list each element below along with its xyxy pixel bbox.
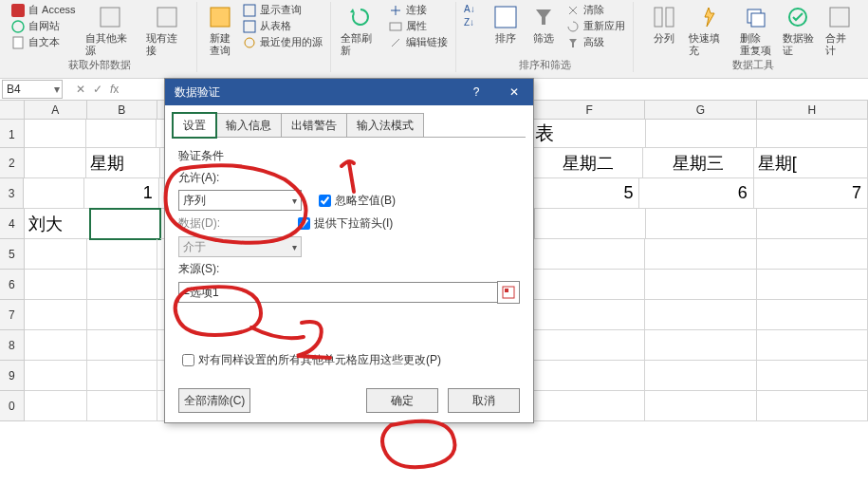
select-all[interactable] bbox=[0, 101, 25, 120]
new-query[interactable]: 新建 查询 bbox=[201, 2, 239, 59]
col-header-B[interactable]: B bbox=[87, 101, 158, 120]
advanced-filter[interactable]: 高级 bbox=[563, 34, 629, 50]
cancel-icon[interactable]: ✕ bbox=[76, 83, 85, 96]
existing-conn[interactable]: 现有连接 bbox=[140, 2, 192, 59]
tab-ime-mode[interactable]: 输入法模式 bbox=[346, 113, 424, 138]
dialog-title: 数据验证 bbox=[175, 84, 457, 101]
svg-text:Z↓: Z↓ bbox=[464, 17, 474, 28]
ignore-blank-checkbox[interactable]: 忽略空值(B) bbox=[315, 192, 396, 210]
row-header-3[interactable]: 3 bbox=[0, 178, 24, 209]
data-validation-dialog: 数据验证 ? ✕ 设置 输入信息 出错警告 输入法模式 验证条件 允许(A): … bbox=[164, 78, 534, 423]
tab-error-alert[interactable]: 出错警告 bbox=[281, 113, 347, 138]
clear-all-button[interactable]: 全部清除(C) bbox=[178, 388, 250, 413]
from-other[interactable]: 自其他来源 bbox=[80, 2, 141, 59]
confirm-icon[interactable]: ✓ bbox=[93, 83, 102, 96]
active-cell[interactable] bbox=[90, 209, 160, 239]
svg-rect-13 bbox=[655, 8, 662, 27]
svg-rect-4 bbox=[157, 8, 176, 27]
filter[interactable]: 筛选 bbox=[525, 2, 563, 47]
allow-label: 允许(A): bbox=[178, 170, 219, 186]
group-label-sort: 排序和筛选 bbox=[519, 58, 571, 72]
reapply[interactable]: 重新应用 bbox=[563, 18, 629, 34]
cancel-button[interactable]: 取消 bbox=[448, 388, 520, 413]
clear-filter[interactable]: 清除 bbox=[563, 2, 629, 18]
svg-point-1 bbox=[12, 21, 24, 32]
name-box[interactable]: B4▾ bbox=[2, 80, 63, 99]
recent-sources[interactable]: 最近使用的源 bbox=[239, 34, 326, 50]
row-header-1[interactable]: 1 bbox=[0, 120, 25, 148]
fx-icon[interactable]: fx bbox=[110, 83, 119, 96]
edit-links[interactable]: 编辑链接 bbox=[385, 34, 452, 50]
svg-rect-0 bbox=[11, 4, 25, 17]
sort-asc[interactable]: A↓ bbox=[460, 2, 487, 15]
consolidate[interactable]: 合并计 bbox=[820, 2, 860, 59]
svg-rect-20 bbox=[505, 289, 508, 292]
from-text[interactable]: 自文本 bbox=[8, 34, 80, 50]
col-header-F[interactable]: F bbox=[534, 101, 645, 120]
col-header-H[interactable]: H bbox=[757, 101, 868, 120]
col-header-A[interactable]: A bbox=[25, 101, 87, 120]
apply-all-checkbox[interactable]: 对有同样设置的所有其他单元格应用这些更改(P) bbox=[178, 351, 520, 369]
tab-input-message[interactable]: 输入信息 bbox=[215, 113, 282, 138]
svg-rect-6 bbox=[244, 5, 255, 16]
svg-rect-12 bbox=[495, 7, 516, 28]
source-input[interactable]: =选项1 bbox=[178, 282, 498, 303]
from-web[interactable]: 自网站 bbox=[8, 18, 80, 34]
data-select: 介于▾ bbox=[178, 236, 302, 257]
flash-fill[interactable]: 快速填充 bbox=[683, 2, 734, 59]
svg-rect-7 bbox=[244, 21, 255, 32]
allow-select[interactable]: 序列▾ bbox=[178, 190, 302, 211]
sort-desc[interactable]: Z↓ bbox=[460, 15, 487, 28]
svg-rect-2 bbox=[13, 37, 23, 48]
col-header-G[interactable]: G bbox=[645, 101, 756, 120]
tab-settings[interactable]: 设置 bbox=[173, 113, 216, 138]
source-label: 来源(S): bbox=[178, 261, 219, 277]
data-validation[interactable]: 数据验 证 bbox=[777, 2, 820, 59]
show-queries[interactable]: 显示查询 bbox=[239, 2, 326, 18]
row-header-2[interactable]: 2 bbox=[0, 148, 25, 178]
from-access[interactable]: 自 Access bbox=[8, 2, 80, 18]
refresh-all[interactable]: 全部刷新 bbox=[335, 2, 386, 59]
svg-rect-3 bbox=[101, 8, 120, 27]
svg-rect-14 bbox=[666, 8, 674, 27]
ribbon: 自 Access 自网站 自文本 自其他来源 现有连接 获取外部数据 新建 查询… bbox=[0, 0, 868, 79]
data-label: 数据(D): bbox=[178, 215, 220, 232]
properties[interactable]: 属性 bbox=[385, 18, 452, 34]
dropdown-arrow-checkbox[interactable]: 提供下拉箭头(I) bbox=[294, 215, 393, 233]
fx-controls: ✕✓fx bbox=[65, 83, 130, 96]
group-label-tools: 数据工具 bbox=[732, 58, 774, 72]
group-label-getdata: 获取外部数据 bbox=[68, 58, 131, 72]
close-button[interactable]: ✕ bbox=[495, 79, 533, 105]
svg-rect-5 bbox=[211, 8, 230, 27]
text-to-columns[interactable]: 分列 bbox=[645, 2, 683, 47]
row-header-4[interactable]: 4 bbox=[0, 209, 25, 239]
svg-point-8 bbox=[245, 38, 254, 47]
svg-rect-9 bbox=[390, 23, 401, 30]
range-picker-button[interactable] bbox=[497, 281, 520, 304]
connections[interactable]: 连接 bbox=[385, 2, 452, 18]
dialog-titlebar[interactable]: 数据验证 ? ✕ bbox=[165, 79, 533, 105]
svg-rect-18 bbox=[830, 8, 849, 27]
sort[interactable]: 排序 bbox=[487, 2, 525, 47]
svg-text:A↓: A↓ bbox=[464, 4, 475, 14]
ok-button[interactable]: 确定 bbox=[366, 388, 438, 413]
svg-rect-16 bbox=[751, 13, 765, 27]
validation-criteria-label: 验证条件 bbox=[178, 148, 520, 164]
remove-duplicates[interactable]: 删除 重复项 bbox=[734, 2, 777, 59]
help-button[interactable]: ? bbox=[457, 79, 495, 105]
from-table[interactable]: 从表格 bbox=[239, 18, 326, 34]
